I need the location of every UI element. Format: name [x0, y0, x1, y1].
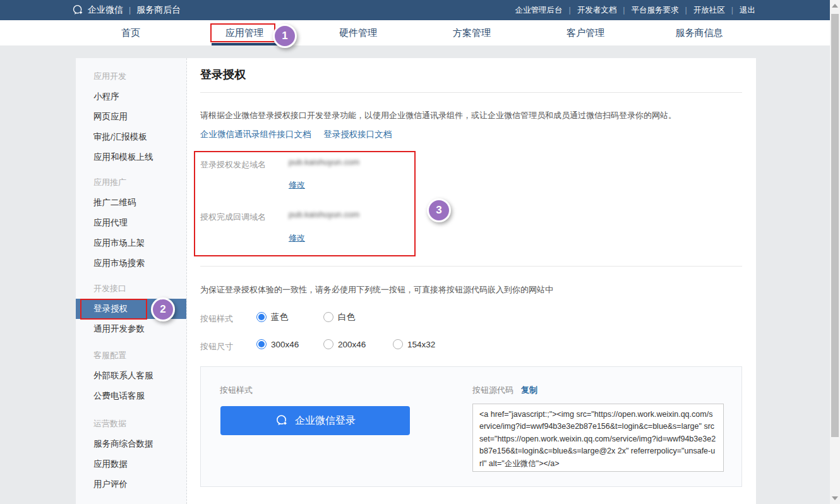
topbar: 企业微信 | 服务商后台 企业管理后台 | 开发者文档 | 平台服务要求 | 开…: [0, 0, 830, 20]
wechat-work-login-button[interactable]: 企业微信登录: [220, 406, 410, 435]
initiate-domain-value: pub.kaishuyun.com: [289, 157, 359, 167]
topbar-link-admin[interactable]: 企业管理后台: [515, 5, 563, 16]
primary-nav: 首页 应用管理 硬件管理 方案管理 客户管理 服务商信息: [0, 20, 830, 45]
doc-links: 企业微信通讯录组件接口文档 登录授权接口文档: [200, 129, 402, 140]
sidebar-item-user-reviews[interactable]: 用户评价: [76, 474, 186, 495]
button-preview-panel: 按钮样式 企业微信登录 按钮源代码复制 <a href="javascript:…: [200, 366, 742, 487]
active-tab-underline: [212, 43, 277, 45]
button-size-label: 按钮尺寸: [200, 341, 233, 352]
preview-style-label: 按钮样式: [220, 385, 253, 396]
brand-name: 企业微信: [88, 4, 123, 16]
radio-unselected-icon[interactable]: [393, 339, 403, 349]
callback-domain-modify-link[interactable]: 修改: [289, 232, 305, 244]
sidebar-item-free-phone-cs[interactable]: 公费电话客服: [76, 386, 186, 406]
login-auth-doc-link[interactable]: 登录授权接口文档: [323, 129, 392, 139]
size-option-200x46[interactable]: 200x46: [323, 339, 366, 349]
scrollbar-down-arrow-icon[interactable]: [832, 496, 838, 500]
nav-tabs: 首页 应用管理 硬件管理 方案管理 客户管理 服务商信息: [74, 20, 756, 45]
annotation-badge-1: 1: [273, 24, 297, 48]
sidebar-item-approval-template[interactable]: 审批/汇报模板: [76, 127, 186, 147]
login-button-label: 企业微信登录: [295, 414, 356, 428]
login-auth-description: 请根据企业微信登录授权接口开发登录功能，以使用企业微信通讯录组件，或让企业微信管…: [200, 110, 676, 121]
annotation-badge-3: 3: [427, 198, 451, 222]
wechat-work-logo-icon: [71, 4, 84, 16]
radio-unselected-icon[interactable]: [323, 339, 333, 349]
topbar-link-separator: |: [685, 6, 687, 15]
sidebar-group-app-promotion: 应用推广 推广二维码 应用代理 应用市场上架 应用市场搜索: [76, 172, 186, 273]
radio-unselected-icon[interactable]: [323, 312, 333, 322]
sidebar-group-operation-data: 运营数据 服务商综合数据 应用数据 用户评价: [76, 414, 186, 495]
sidebar-group-customer-service: 客服配置 外部联系人客服 公费电话客服: [76, 345, 186, 406]
main-content: 登录授权 请根据企业微信登录授权接口开发登录功能，以使用企业微信通讯录组件，或让…: [187, 58, 756, 504]
sidebar-group-title: 应用推广: [76, 172, 186, 193]
callback-domain-value: pub.kaishuyun.com: [289, 210, 359, 219]
brand-separator: |: [129, 6, 131, 15]
initiate-domain-modify-link[interactable]: 修改: [289, 179, 305, 191]
scrollbar-thumb[interactable]: [831, 14, 839, 437]
annotation-badge-2: 2: [151, 297, 175, 321]
button-style-label: 按钮样式: [200, 313, 233, 325]
sidebar-item-common-dev-params[interactable]: 通用开发参数: [76, 319, 186, 339]
source-code-label: 按钮源代码复制: [472, 385, 537, 396]
vertical-scrollbar[interactable]: [830, 0, 840, 504]
tab-solution-management[interactable]: 方案管理: [415, 20, 529, 45]
topbar-link-community[interactable]: 开放社区: [693, 5, 725, 16]
divider: [200, 266, 742, 267]
sidebar-item-external-contact-cs[interactable]: 外部联系人客服: [76, 366, 186, 386]
sidebar-item-market-search[interactable]: 应用市场搜索: [76, 253, 186, 273]
copy-source-link[interactable]: 复制: [521, 385, 537, 395]
topbar-link-separator: |: [731, 6, 733, 15]
callback-domain-label: 授权完成回调域名: [200, 212, 266, 223]
size-option-154x32[interactable]: 154x32: [393, 339, 435, 349]
sidebar-item-market-listing[interactable]: 应用市场上架: [76, 233, 186, 253]
tab-provider-info[interactable]: 服务商信息: [642, 20, 756, 45]
sidebar-item-app-agent[interactable]: 应用代理: [76, 213, 186, 233]
sidebar-item-promo-qrcode[interactable]: 推广二维码: [76, 193, 186, 213]
topbar-link-separator: |: [569, 6, 571, 15]
sidebar-group-title: 开发接口: [76, 279, 186, 299]
app-root: 企业微信 | 服务商后台 企业管理后台 | 开发者文档 | 平台服务要求 | 开…: [0, 0, 840, 504]
button-source-code[interactable]: <a href="javascript:;"><img src="https:/…: [472, 404, 724, 472]
topbar-link-devdocs[interactable]: 开发者文档: [577, 5, 617, 16]
sidebar-item-miniprogram[interactable]: 小程序: [76, 87, 186, 107]
tab-home[interactable]: 首页: [74, 20, 188, 45]
unified-button-note: 为保证登录授权体验的一致性，请务必使用下列统一按钮，可直接将按钮源代码嵌入到你的…: [200, 284, 553, 296]
divider: [200, 92, 742, 93]
topbar-link-logout[interactable]: 退出: [740, 5, 755, 16]
size-option-300x46[interactable]: 300x46: [256, 339, 299, 349]
tab-customer-management[interactable]: 客户管理: [529, 20, 642, 45]
scrollbar-up-arrow-icon[interactable]: [832, 4, 838, 8]
style-option-white[interactable]: 白色: [323, 311, 355, 323]
brand: 企业微信 | 服务商后台: [71, 4, 181, 16]
topbar-link-separator: |: [623, 6, 625, 15]
tab-hardware-management[interactable]: 硬件管理: [301, 20, 415, 45]
style-option-blue[interactable]: 蓝色: [256, 311, 288, 323]
sidebar-group-title: 应用开发: [76, 66, 186, 87]
topbar-links: 企业管理后台 | 开发者文档 | 平台服务要求 | 开放社区 | 退出: [515, 5, 756, 16]
brand-subtitle: 服务商后台: [136, 4, 181, 16]
sidebar-item-provider-overall-data[interactable]: 服务商综合数据: [76, 434, 186, 454]
sidebar: 应用开发 小程序 网页应用 审批/汇报模板 应用和模板上线 应用推广 推广二维码…: [76, 58, 187, 504]
page-title: 登录授权: [200, 67, 246, 82]
sidebar-item-app-data[interactable]: 应用数据: [76, 454, 186, 474]
sidebar-group-title: 客服配置: [76, 345, 186, 366]
sidebar-item-app-template-online[interactable]: 应用和模板上线: [76, 147, 186, 167]
sidebar-group-app-dev: 应用开发 小程序 网页应用 审批/汇报模板 应用和模板上线: [76, 58, 186, 167]
topbar-link-platform-requirements[interactable]: 平台服务要求: [632, 5, 679, 16]
initiate-domain-label: 登录授权发起域名: [200, 159, 266, 171]
sidebar-item-web-app[interactable]: 网页应用: [76, 107, 186, 127]
sidebar-group-title: 运营数据: [76, 414, 186, 434]
radio-selected-icon[interactable]: [256, 339, 267, 349]
contact-component-doc-link[interactable]: 企业微信通讯录组件接口文档: [200, 129, 311, 139]
radio-selected-icon[interactable]: [256, 312, 267, 322]
wechat-work-bubble-icon: [275, 414, 289, 428]
